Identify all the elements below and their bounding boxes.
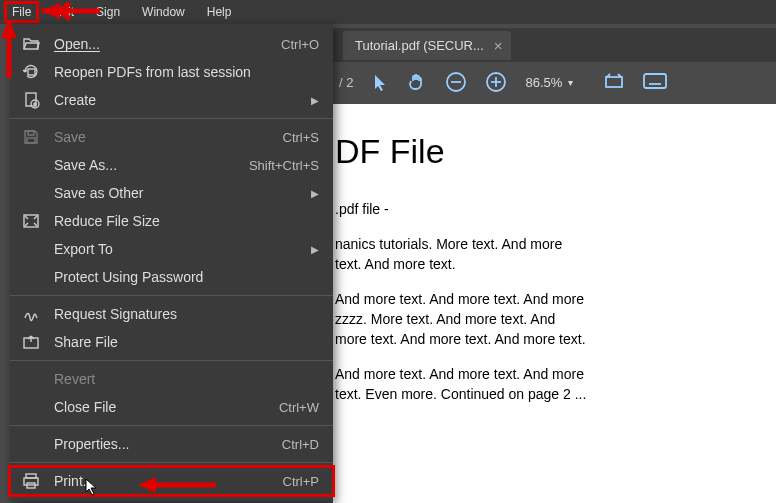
- svg-rect-22: [24, 478, 38, 485]
- document-page: DF File .pdf file - nanics tutorials. Mo…: [333, 104, 776, 503]
- svg-rect-18: [27, 138, 35, 143]
- separator: [10, 360, 333, 361]
- document-tab[interactable]: Tutorial.pdf (SECUR... ×: [343, 31, 511, 60]
- label: Protect Using Password: [54, 269, 319, 285]
- menu-item-reduce[interactable]: Reduce File Size: [10, 207, 333, 235]
- menu-item-print[interactable]: Print... Ctrl+P: [10, 467, 333, 495]
- reduce-icon: [20, 213, 42, 229]
- svg-rect-17: [28, 131, 34, 135]
- menu-item-save[interactable]: Save Ctrl+S: [10, 123, 333, 151]
- svg-rect-5: [606, 77, 622, 87]
- separator: [10, 462, 333, 463]
- shortcut: Ctrl+D: [282, 437, 319, 452]
- fit-width-icon[interactable]: [603, 71, 625, 93]
- menu-item-properties[interactable]: Properties... Ctrl+D: [10, 430, 333, 458]
- svg-rect-12: [28, 69, 35, 75]
- label: Share File: [54, 334, 319, 350]
- save-icon: [20, 129, 42, 145]
- doc-line: And more text. And more text. And morezz…: [335, 290, 760, 349]
- tab-title: Tutorial.pdf (SECUR...: [355, 38, 484, 53]
- menu-item-save-as[interactable]: Save As... Shift+Ctrl+S: [10, 151, 333, 179]
- menu-item-reopen[interactable]: Reopen PDFs from last session: [10, 58, 333, 86]
- create-icon: [20, 91, 42, 109]
- menu-item-export[interactable]: Export To ▶: [10, 235, 333, 263]
- page-indicator: / 2: [339, 75, 353, 90]
- tab-bar: Tutorial.pdf (SECUR... ×: [333, 28, 776, 62]
- menu-item-close[interactable]: Close File Ctrl+W: [10, 393, 333, 421]
- menu-item-open[interactable]: Open... Ctrl+O: [10, 30, 333, 58]
- svg-rect-6: [644, 74, 666, 88]
- pointer-icon[interactable]: [371, 73, 389, 91]
- label: Print...: [54, 473, 271, 489]
- label: Save as Other: [54, 185, 299, 201]
- submenu-arrow-icon: ▶: [311, 188, 319, 199]
- menu-window[interactable]: Window: [136, 3, 191, 21]
- separator: [10, 425, 333, 426]
- print-icon: [20, 473, 42, 489]
- shortcut: Ctrl+P: [283, 474, 319, 489]
- doc-line: And more text. And more text. And morete…: [335, 365, 760, 404]
- doc-title: DF File: [335, 128, 760, 176]
- menu-sign[interactable]: Sign: [90, 3, 126, 21]
- label: Close File: [54, 399, 267, 415]
- menu-item-create[interactable]: Create ▶: [10, 86, 333, 114]
- menu-item-save-other[interactable]: Save as Other ▶: [10, 179, 333, 207]
- doc-line: .pdf file -: [335, 200, 760, 220]
- separator: [10, 118, 333, 119]
- zoom-value: 86.5%: [525, 75, 562, 90]
- separator: [10, 295, 333, 296]
- submenu-arrow-icon: ▶: [311, 95, 319, 106]
- label: Reopen PDFs from last session: [54, 64, 319, 80]
- shortcut: Ctrl+W: [279, 400, 319, 415]
- shortcut: Shift+Ctrl+S: [249, 158, 319, 173]
- zoom-out-icon[interactable]: [445, 71, 467, 93]
- menu-item-protect[interactable]: Protect Using Password: [10, 263, 333, 291]
- signature-icon: [20, 306, 42, 322]
- reopen-icon: [20, 64, 42, 80]
- toolbar: / 2 86.5% ▾: [333, 62, 776, 102]
- label: Export To: [54, 241, 299, 257]
- menu-file[interactable]: File: [6, 3, 37, 21]
- zoom-in-icon[interactable]: [485, 71, 507, 93]
- close-tab-icon[interactable]: ×: [494, 37, 503, 54]
- label: Revert: [54, 371, 319, 387]
- folder-open-icon: [20, 36, 42, 52]
- label: Properties...: [54, 436, 270, 452]
- label: Save As...: [54, 157, 237, 173]
- label: Request Signatures: [54, 306, 319, 322]
- label: Save: [54, 129, 271, 145]
- label: Reduce File Size: [54, 213, 319, 229]
- chevron-down-icon: ▾: [568, 77, 573, 88]
- submenu-arrow-icon: ▶: [311, 244, 319, 255]
- doc-line: nanics tutorials. More text. And moretex…: [335, 235, 760, 274]
- menubar: File Edit Sign Window Help: [0, 0, 776, 24]
- menu-item-revert[interactable]: Revert: [10, 365, 333, 393]
- menu-item-request-signatures[interactable]: Request Signatures: [10, 300, 333, 328]
- menu-edit[interactable]: Edit: [47, 3, 80, 21]
- zoom-level[interactable]: 86.5% ▾: [525, 75, 573, 90]
- label: Create: [54, 92, 299, 108]
- shortcut: Ctrl+S: [283, 130, 319, 145]
- hand-icon[interactable]: [407, 72, 427, 92]
- shortcut: Ctrl+O: [281, 37, 319, 52]
- keyboard-icon[interactable]: [643, 73, 667, 91]
- share-icon: [20, 334, 42, 350]
- menu-help[interactable]: Help: [201, 3, 238, 21]
- menu-item-share[interactable]: Share File: [10, 328, 333, 356]
- file-menu: Open... Ctrl+O Reopen PDFs from last ses…: [10, 24, 333, 501]
- label: Open...: [54, 36, 269, 52]
